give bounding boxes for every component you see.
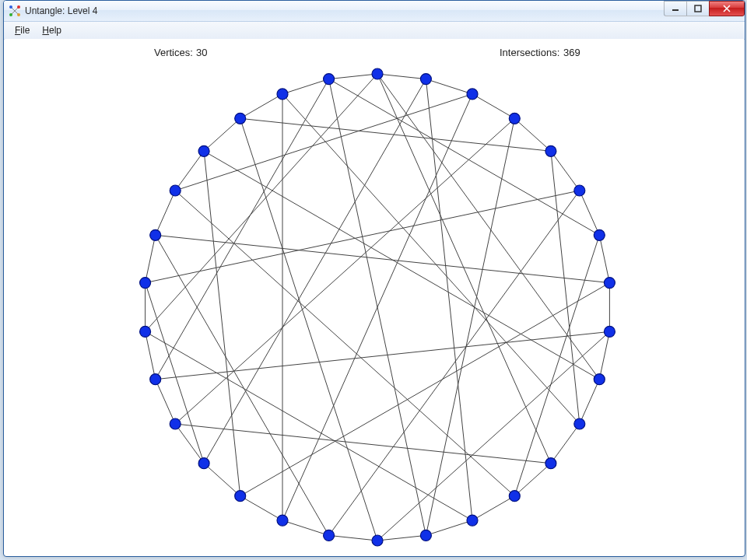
vertex[interactable] (545, 145, 556, 156)
vertex[interactable] (324, 74, 335, 85)
edge (175, 424, 204, 464)
vertex[interactable] (324, 530, 335, 541)
edge (204, 118, 240, 151)
edge (426, 118, 514, 535)
vertex[interactable] (509, 113, 520, 124)
vertex[interactable] (467, 515, 478, 526)
edge (329, 79, 426, 536)
vertex[interactable] (509, 491, 520, 502)
close-icon (722, 5, 731, 12)
edge (426, 79, 472, 94)
edge (240, 118, 377, 541)
edge (204, 464, 240, 496)
vertex[interactable] (574, 418, 585, 429)
svg-point-2 (9, 5, 12, 9)
window-controls (665, 1, 745, 16)
edge (426, 520, 472, 535)
app-window: Untangle: Level 4 File Help Vertices: 30… (3, 0, 745, 557)
edge (146, 331, 156, 379)
edge (472, 94, 514, 118)
vertex[interactable] (277, 89, 288, 100)
vertex[interactable] (235, 113, 246, 124)
vertex[interactable] (170, 418, 181, 429)
vertex[interactable] (420, 74, 431, 85)
vertex[interactable] (372, 68, 383, 79)
vertex[interactable] (150, 229, 161, 240)
edge (146, 74, 377, 331)
edge (156, 235, 329, 535)
edge (329, 74, 377, 79)
vertex[interactable] (604, 326, 615, 337)
edge (551, 151, 580, 191)
edge (240, 94, 282, 118)
vertex[interactable] (372, 535, 383, 546)
edge (377, 74, 551, 464)
vertex[interactable] (277, 515, 288, 526)
vertex[interactable] (140, 326, 151, 337)
titlebar[interactable]: Untangle: Level 4 (4, 1, 745, 22)
vertex[interactable] (235, 491, 246, 502)
vertex[interactable] (467, 89, 478, 100)
edge (175, 151, 204, 191)
edge (240, 496, 282, 520)
edge (377, 331, 609, 541)
edge (146, 235, 156, 282)
vertex[interactable] (594, 374, 605, 385)
edge (204, 79, 426, 464)
edge (156, 235, 610, 282)
minimize-icon (672, 5, 679, 12)
minimize-button[interactable] (664, 1, 687, 16)
window-title: Untangle: Level 4 (25, 5, 97, 16)
svg-point-5 (17, 13, 20, 16)
content-area: Vertices: 30 Intersections: 369 (5, 39, 744, 555)
edge (599, 235, 609, 282)
svg-point-4 (9, 13, 12, 16)
menu-file-rest: ile (20, 25, 30, 36)
vertex[interactable] (140, 278, 151, 289)
vertex[interactable] (420, 530, 431, 541)
edge (472, 496, 514, 520)
edge (580, 380, 600, 424)
close-button[interactable] (709, 1, 745, 16)
graph-canvas[interactable] (5, 39, 744, 555)
edge (514, 118, 551, 151)
vertex[interactable] (545, 458, 556, 469)
vertex[interactable] (594, 229, 605, 240)
edge (156, 191, 176, 235)
edge (240, 118, 551, 151)
edge (377, 535, 426, 541)
app-icon (9, 5, 21, 17)
vertex[interactable] (150, 374, 161, 385)
vertex[interactable] (198, 145, 209, 156)
edge (329, 535, 377, 541)
maximize-icon (694, 5, 702, 12)
vertex[interactable] (574, 185, 585, 196)
edge (204, 151, 240, 495)
svg-rect-6 (672, 9, 679, 11)
edge (580, 191, 600, 235)
svg-point-3 (17, 5, 20, 9)
menu-help[interactable]: Help (36, 23, 68, 37)
edge (175, 94, 472, 191)
edge (329, 79, 600, 236)
edge (282, 94, 580, 424)
vertex[interactable] (170, 185, 181, 196)
menubar: File Help (4, 22, 745, 40)
menu-help-rest: elp (49, 25, 61, 36)
edge (175, 191, 514, 496)
menu-file[interactable]: File (9, 23, 36, 37)
vertex[interactable] (198, 458, 209, 469)
edge (377, 74, 426, 79)
edge (156, 380, 176, 424)
vertex[interactable] (604, 278, 615, 289)
edge (551, 424, 580, 464)
edge (599, 331, 609, 379)
maximize-button[interactable] (686, 1, 710, 16)
edges-group (146, 74, 610, 541)
svg-rect-7 (695, 5, 701, 12)
